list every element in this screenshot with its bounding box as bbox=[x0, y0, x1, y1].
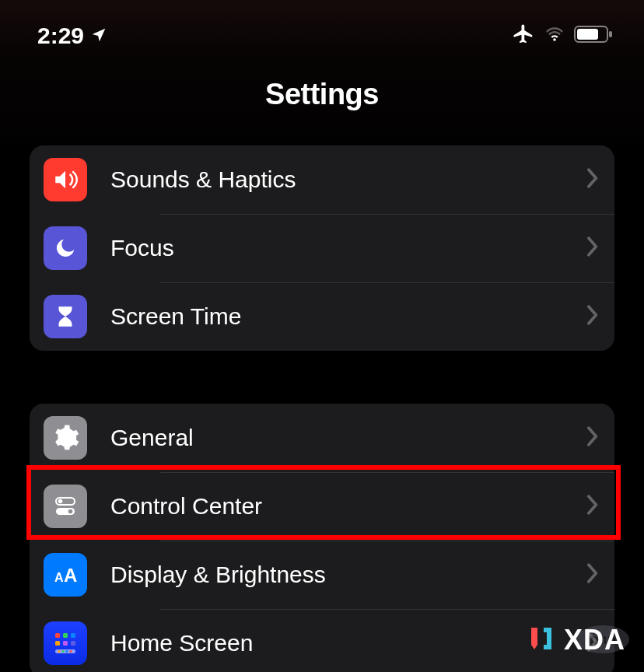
svg-rect-14 bbox=[63, 641, 68, 646]
hourglass-icon bbox=[44, 295, 87, 338]
row-label: Control Center bbox=[110, 493, 586, 520]
svg-point-18 bbox=[61, 650, 64, 653]
status-bar: 2:29 bbox=[0, 0, 644, 62]
chevron-right-icon bbox=[586, 563, 599, 586]
xda-text: XDA bbox=[564, 624, 625, 656]
svg-rect-13 bbox=[55, 641, 60, 646]
battery-icon bbox=[574, 25, 613, 47]
svg-point-7 bbox=[68, 509, 73, 514]
svg-text:A: A bbox=[54, 571, 64, 584]
gear-icon bbox=[44, 416, 87, 460]
chevron-right-icon bbox=[586, 426, 599, 450]
status-time: 2:29 bbox=[37, 23, 84, 49]
row-label: Screen Time bbox=[110, 303, 586, 330]
chevron-right-icon bbox=[586, 236, 599, 260]
svg-rect-15 bbox=[71, 641, 75, 646]
toggles-icon bbox=[44, 485, 87, 528]
page-title: Settings bbox=[0, 78, 644, 111]
text-size-icon: A A bbox=[44, 553, 87, 597]
row-display-brightness[interactable]: A A Display & Brightness bbox=[30, 541, 614, 609]
status-left: 2:29 bbox=[37, 23, 107, 49]
svg-rect-12 bbox=[71, 633, 75, 638]
row-general[interactable]: General bbox=[30, 404, 614, 472]
row-label: Display & Brightness bbox=[110, 562, 586, 588]
row-label: General bbox=[110, 425, 586, 451]
svg-point-0 bbox=[553, 38, 556, 41]
row-focus[interactable]: Focus bbox=[30, 214, 614, 282]
row-label: Home Screen bbox=[110, 630, 586, 656]
svg-point-20 bbox=[69, 650, 72, 653]
chevron-right-icon bbox=[586, 168, 599, 191]
row-sounds-haptics[interactable]: Sounds & Haptics bbox=[30, 145, 614, 214]
row-label: Focus bbox=[110, 235, 586, 261]
svg-point-5 bbox=[58, 499, 63, 504]
chevron-right-icon bbox=[586, 495, 599, 518]
xda-watermark: XDA bbox=[527, 624, 625, 656]
speaker-icon bbox=[44, 158, 87, 201]
svg-rect-10 bbox=[55, 633, 60, 638]
home-grid-icon bbox=[44, 621, 87, 665]
svg-rect-3 bbox=[609, 31, 612, 37]
row-screen-time[interactable]: Screen Time bbox=[30, 282, 614, 351]
chevron-right-icon bbox=[586, 305, 599, 328]
status-right bbox=[512, 23, 613, 49]
moon-icon bbox=[44, 226, 87, 270]
wifi-icon bbox=[544, 26, 565, 45]
svg-point-17 bbox=[58, 650, 60, 653]
settings-group-1: Sounds & Haptics Focus Screen Time bbox=[30, 145, 614, 351]
svg-text:A: A bbox=[64, 565, 77, 586]
location-arrow-icon bbox=[90, 23, 107, 49]
svg-point-19 bbox=[65, 650, 68, 653]
row-control-center[interactable]: Control Center bbox=[30, 472, 614, 541]
row-label: Sounds & Haptics bbox=[110, 166, 586, 193]
svg-rect-2 bbox=[577, 29, 598, 40]
svg-rect-11 bbox=[63, 633, 68, 638]
airplane-mode-icon bbox=[512, 23, 535, 49]
page-header: Settings bbox=[0, 62, 644, 145]
